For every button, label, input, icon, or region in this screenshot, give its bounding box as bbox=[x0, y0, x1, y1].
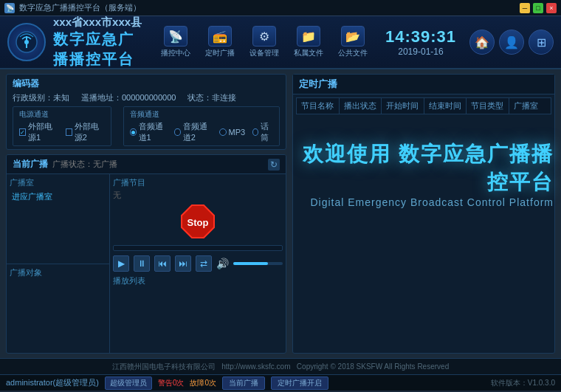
table-header: 节目名称 播出状态 开始时间 结束时间 节目类型 广播室 bbox=[296, 97, 551, 114]
electric-ch2-label: 外部电源2 bbox=[75, 121, 106, 143]
audio-channel-group: 音频通道 音频通道1 音频通道2 bbox=[123, 106, 280, 146]
audio-ch2[interactable]: 音频通道2 bbox=[174, 121, 211, 143]
current-time: 14:39:31 bbox=[385, 27, 456, 47]
th-type: 节目类型 bbox=[467, 98, 509, 114]
nav-public-label: 公共文件 bbox=[338, 48, 368, 58]
public-icon: 📂 bbox=[341, 26, 365, 47]
th-status: 播出状态 bbox=[340, 98, 382, 114]
audio-channel-title: 音频通道 bbox=[130, 109, 273, 120]
broadcast-object-section: 广播对象 bbox=[7, 264, 109, 354]
footer: 江西赣州国电电子科技有限公司 http://www.sksfc.com Copy… bbox=[0, 358, 561, 374]
pause-button[interactable]: ⏸ bbox=[134, 255, 150, 272]
cb-header: 当前广播 广播状态：无广播 ↻ bbox=[7, 155, 286, 174]
nav-public[interactable]: 📂 公共文件 bbox=[334, 26, 372, 58]
encoder-status: 状态：非连接 bbox=[187, 92, 236, 103]
audio-mic-radio[interactable] bbox=[252, 128, 258, 136]
electric-ch2-checkbox[interactable] bbox=[66, 128, 72, 136]
nav-device[interactable]: ⚙ 设备管理 bbox=[245, 26, 283, 58]
encoder-info-row: 行政级别：未知 遥播地址：000000000000 状态：非连接 bbox=[13, 92, 280, 103]
nav-device-label: 设备管理 bbox=[249, 48, 279, 58]
cb-left: 广播室 进应广播室 广播对象 bbox=[7, 174, 110, 353]
cb-right: 广播节目 无 Stop bbox=[110, 174, 286, 353]
timed-icon: 📻 bbox=[208, 26, 232, 47]
electric-ch1[interactable]: ✓ 外部电源1 bbox=[19, 121, 58, 143]
monitor-icon: 📡 bbox=[164, 26, 187, 47]
electric-channel-title: 电源通道 bbox=[19, 109, 105, 120]
repeat-button[interactable]: ⇄ bbox=[196, 255, 212, 272]
audio-mp3-radio[interactable] bbox=[219, 128, 227, 136]
queue-label: 播放列表 bbox=[113, 275, 283, 286]
title-bar: 📡 数字应急广播播控平台（服务端） ─ □ × bbox=[0, 0, 561, 16]
player-controls: ▶ ⏸ ⏮ ⏭ ⇄ 🔊 bbox=[113, 254, 283, 273]
audio-ch1-label: 音频通道1 bbox=[139, 121, 168, 143]
welcome-banner: 欢迎使用 数字应急广播播控平台 Digital Emergency Broadc… bbox=[288, 140, 554, 208]
status-bar: administrator(超级管理员) 超级管理员 警告0次 故障0次 当前广… bbox=[0, 374, 561, 391]
nav-private[interactable]: 📁 私属文件 bbox=[289, 26, 328, 58]
encoder-address: 遥播地址：000000000000 bbox=[81, 92, 176, 103]
cb-refresh-button[interactable]: ↻ bbox=[268, 159, 280, 171]
scheduled-broadcast-panel: 定时广播 节目名称 播出状态 开始时间 结束时间 节目类型 广播室 bbox=[292, 74, 555, 354]
app-logo bbox=[7, 23, 46, 61]
volume-icon: 🔊 bbox=[216, 258, 229, 269]
device-icon: ⚙ bbox=[252, 26, 276, 47]
grid-button[interactable]: ⊞ bbox=[529, 30, 554, 55]
audio-mp3-label: MP3 bbox=[229, 128, 246, 137]
platform-name: 数字应急广播播控平台 bbox=[53, 30, 149, 69]
electric-ch2[interactable]: 外部电源2 bbox=[66, 121, 105, 143]
th-end: 结束时间 bbox=[424, 98, 467, 114]
audio-mic-label: 话筒 bbox=[261, 121, 273, 143]
nav-private-label: 私属文件 bbox=[294, 48, 323, 58]
broadcast-object-title: 广播对象 bbox=[10, 267, 106, 278]
title-bar-left: 📡 数字应急广播播控平台（服务端） bbox=[4, 2, 141, 13]
audio-ch2-radio[interactable] bbox=[174, 128, 180, 136]
electric-channel-group: 电源通道 ✓ 外部电源1 外部电源2 bbox=[13, 106, 111, 146]
nav-timed[interactable]: 📻 定时广播 bbox=[201, 26, 239, 58]
broadcast-room-section: 广播室 进应广播室 bbox=[7, 174, 109, 264]
cb-body: 广播室 进应广播室 广播对象 广播节目 无 bbox=[7, 174, 286, 353]
audio-ch1[interactable]: 音频通道1 bbox=[130, 121, 167, 143]
svg-text:Stop: Stop bbox=[187, 217, 209, 228]
user-button[interactable]: 👤 bbox=[499, 30, 524, 55]
footer-info: 江西赣州国电电子科技有限公司 http://www.sksfc.com Copy… bbox=[6, 362, 555, 372]
status-alert2: 故障0次 bbox=[190, 378, 216, 388]
header-title: xxx省xxx市xxx县 数字应急广播播控平台 bbox=[53, 16, 149, 69]
progress-bar[interactable] bbox=[113, 245, 283, 251]
footer-url: http://www.sksfc.com bbox=[221, 362, 290, 371]
status-user: administrator(超级管理员) bbox=[6, 377, 99, 388]
close-button[interactable]: × bbox=[546, 3, 557, 13]
volume-fill bbox=[233, 262, 268, 265]
audio-mp3[interactable]: MP3 bbox=[219, 128, 246, 137]
play-button[interactable]: ▶ bbox=[113, 255, 129, 272]
program-value: 无 bbox=[113, 190, 283, 201]
private-icon: 📁 bbox=[297, 26, 320, 47]
encoder-level: 行政级别：未知 bbox=[13, 92, 69, 103]
home-button[interactable]: 🏠 bbox=[469, 30, 495, 55]
minimize-button[interactable]: ─ bbox=[520, 3, 530, 13]
footer-company: 江西赣州国电电子科技有限公司 bbox=[112, 362, 216, 371]
volume-slider[interactable] bbox=[233, 262, 283, 265]
left-panel: 编码器 行政级别：未知 遥播地址：000000000000 状态：非连接 电源通… bbox=[6, 74, 286, 354]
program-label: 广播节目 bbox=[113, 177, 283, 188]
th-name: 节目名称 bbox=[297, 98, 340, 114]
nav-monitor-label: 播控中心 bbox=[161, 48, 190, 58]
welcome-line2: Digital Emergency Broadcast Control Plat… bbox=[288, 196, 554, 208]
prev-button[interactable]: ⏮ bbox=[154, 255, 171, 272]
audio-mic[interactable]: 话筒 bbox=[252, 121, 273, 143]
welcome-line1: 欢迎使用 数字应急广播播控平台 bbox=[288, 140, 554, 196]
maximize-button[interactable]: □ bbox=[533, 3, 543, 13]
status-version: 软件版本：V1.0.3.0 bbox=[491, 378, 555, 388]
app-icon: 📡 bbox=[4, 3, 15, 13]
nav-timed-label: 定时广播 bbox=[205, 48, 235, 58]
next-button[interactable]: ⏭ bbox=[175, 255, 191, 272]
nav-monitor[interactable]: 📡 播控中心 bbox=[156, 26, 195, 58]
encoder-channels: 电源通道 ✓ 外部电源1 外部电源2 bbox=[13, 106, 280, 146]
stop-button[interactable]: Stop bbox=[179, 202, 217, 241]
header-user-icons: 🏠 👤 ⊞ bbox=[469, 30, 554, 55]
electric-ch1-label: 外部电源1 bbox=[28, 121, 58, 143]
status-tab2[interactable]: 定时广播开启 bbox=[271, 376, 328, 390]
main-content: 编码器 行政级别：未知 遥播地址：000000000000 状态：非连接 电源通… bbox=[0, 69, 561, 358]
audio-ch1-radio[interactable] bbox=[130, 128, 136, 136]
electric-ch1-checkbox[interactable]: ✓ bbox=[19, 128, 26, 136]
broadcast-room-item[interactable]: 进应广播室 bbox=[10, 190, 106, 203]
status-tab1[interactable]: 当前广播 bbox=[222, 376, 265, 390]
